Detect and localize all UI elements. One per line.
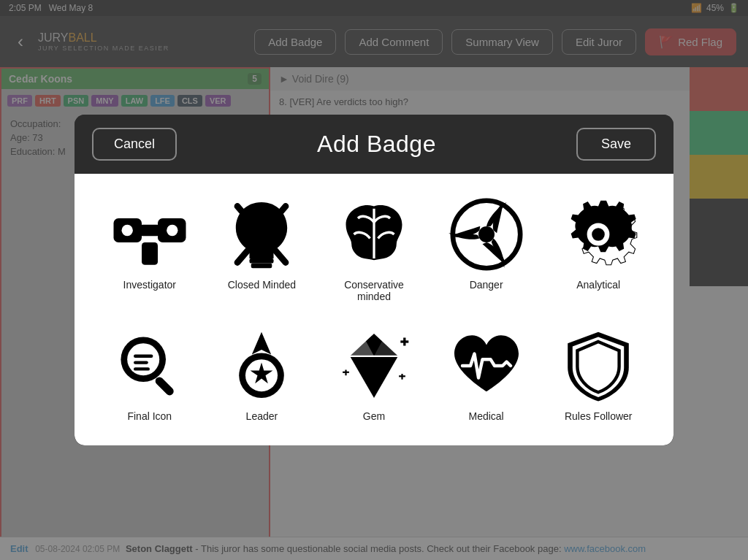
- final-icon-label: Final Icon: [127, 410, 172, 422]
- rules-follower-label: Rules Follower: [565, 410, 633, 422]
- modal-overlay[interactable]: Cancel Add Badge Save: [0, 0, 748, 560]
- leader-label: Leader: [246, 410, 278, 422]
- badge-item-gem[interactable]: Gem: [321, 320, 427, 428]
- badge-grid: Investigator: [96, 188, 652, 428]
- svg-point-17: [127, 343, 159, 375]
- badge-item-closed-minded[interactable]: Closed Minded: [209, 188, 316, 308]
- svg-rect-21: [153, 375, 175, 397]
- danger-icon: [446, 194, 527, 275]
- svg-point-12: [478, 226, 495, 242]
- medical-label: Medical: [468, 410, 503, 422]
- gem-icon: [334, 326, 414, 406]
- badge-item-leader[interactable]: Leader: [209, 320, 316, 428]
- analytical-icon: [558, 194, 638, 275]
- svg-rect-18: [134, 355, 153, 358]
- badge-item-final-icon[interactable]: Final Icon: [96, 320, 203, 428]
- conservative-minded-icon: [334, 194, 414, 275]
- svg-rect-8: [250, 258, 274, 264]
- closed-minded-icon: [221, 194, 302, 275]
- gem-label: Gem: [363, 410, 385, 422]
- badge-item-danger[interactable]: Danger: [433, 188, 540, 308]
- svg-rect-2: [140, 225, 159, 236]
- rules-follower-icon: [558, 326, 638, 406]
- svg-rect-7: [142, 242, 158, 265]
- svg-point-6: [167, 225, 178, 236]
- svg-rect-19: [134, 361, 148, 364]
- add-badge-modal: Cancel Add Badge Save: [75, 115, 673, 445]
- svg-point-15: [592, 228, 605, 241]
- modal-cancel-button[interactable]: Cancel: [92, 128, 177, 161]
- closed-minded-label: Closed Minded: [228, 279, 296, 291]
- modal-body: Investigator: [75, 174, 673, 445]
- medical-icon: [446, 326, 527, 406]
- badge-item-conservative-minded[interactable]: Conservative minded: [321, 188, 427, 308]
- badge-item-rules-follower[interactable]: Rules Follower: [545, 320, 652, 428]
- analytical-label: Analytical: [576, 279, 620, 291]
- final-icon-icon: [110, 326, 190, 406]
- danger-label: Danger: [470, 279, 503, 291]
- svg-rect-20: [134, 367, 150, 370]
- badge-item-investigator[interactable]: Investigator: [96, 188, 203, 308]
- svg-rect-9: [251, 264, 272, 269]
- modal-title: Add Badge: [317, 131, 436, 158]
- badge-item-analytical[interactable]: Analytical: [545, 188, 652, 308]
- modal-header: Cancel Add Badge Save: [75, 115, 673, 174]
- badge-item-medical[interactable]: Medical: [433, 320, 540, 428]
- svg-point-4: [121, 225, 132, 236]
- investigator-label: Investigator: [123, 279, 176, 291]
- leader-icon: [221, 326, 302, 406]
- modal-save-button[interactable]: Save: [576, 128, 656, 161]
- investigator-icon: [110, 194, 190, 275]
- conservative-minded-label: Conservative minded: [327, 279, 421, 302]
